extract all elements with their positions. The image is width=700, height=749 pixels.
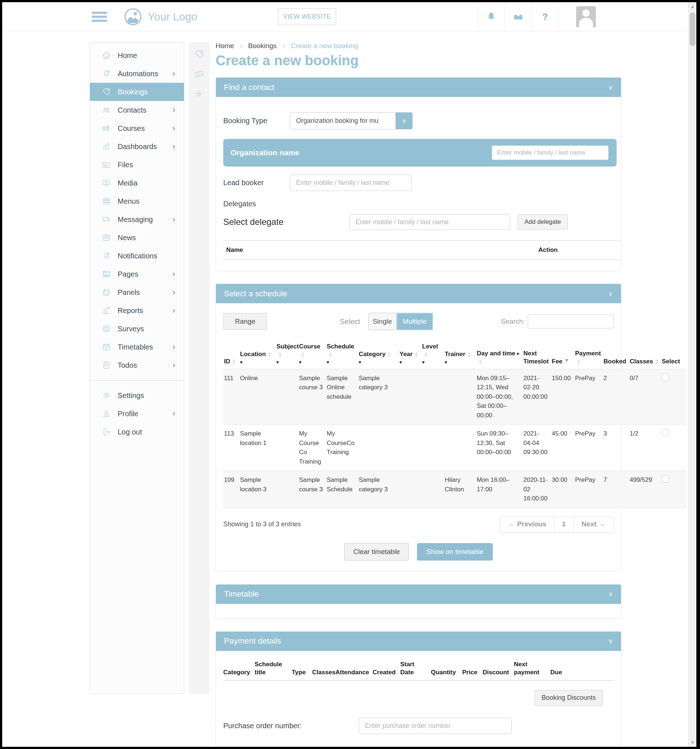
schedule-search-input[interactable] — [528, 315, 614, 329]
sidebar-item-surveys[interactable]: Surveys — [90, 319, 184, 338]
scroll-up-button[interactable]: ▲ — [689, 2, 696, 11]
select-delegate-label: Select delegate — [223, 217, 349, 227]
collapse-chevron-icon[interactable]: ∨ — [608, 84, 613, 92]
pagination-previous-button[interactable]: ← Previous — [500, 517, 554, 532]
pagination-next-button[interactable]: Next → — [573, 517, 613, 532]
app-window: Your Logo VIEW WEBSITE ? — [2, 2, 696, 747]
pagination: ← Previous 1 Next → — [500, 516, 614, 533]
timetable-empty-body — [216, 604, 621, 619]
vertical-scrollbar[interactable]: ▲ ▼ — [688, 2, 696, 747]
column-header-fee[interactable]: Fee▼ — [551, 341, 574, 369]
select-mode-label: Select — [340, 318, 360, 326]
sidebar-item-dashboards[interactable]: Dashboards — [90, 138, 184, 156]
breadcrumb-home[interactable]: Home — [216, 42, 234, 50]
booking-discounts-button[interactable]: Booking Discounts — [535, 690, 603, 706]
delegate-search-input[interactable] — [349, 214, 510, 230]
sidebar-item-pages[interactable]: Pages — [90, 265, 184, 283]
column-header-classes[interactable]: Classes▲▼ — [629, 341, 661, 369]
collapse-chevron-icon[interactable]: ∨ — [608, 590, 613, 598]
schedule-row[interactable]: 113 Sample location 1 My CourseCo Traini… — [223, 425, 686, 471]
column-header-category[interactable]: Category▲▼▾ — [358, 341, 399, 369]
payment-table-headers: Category Schedule title Type Classes Att… — [223, 660, 614, 680]
column-header-booked[interactable]: Booked — [603, 341, 629, 369]
sidebar-item-media[interactable]: Media — [90, 174, 184, 192]
filter-caret-icon: ▾ — [276, 359, 296, 365]
select-checkbox[interactable] — [662, 429, 669, 436]
user-menu-button[interactable] — [558, 2, 613, 31]
payment-details-header[interactable]: Payment details ∨ — [216, 631, 621, 651]
column-header-trainer[interactable]: Trainer▲▼▾ — [444, 341, 476, 369]
handshake-icon[interactable] — [194, 88, 205, 99]
column-header-schedule[interactable]: Schedule▲▼▾ — [326, 341, 358, 369]
sidebar-item-panels[interactable]: Panels — [90, 283, 184, 301]
scroll-down-button[interactable]: ▼ — [689, 738, 696, 747]
select-checkbox[interactable] — [662, 475, 669, 483]
sidebar-divider — [90, 380, 184, 381]
logo[interactable]: Your Logo — [124, 8, 197, 26]
range-button[interactable]: Range — [223, 313, 267, 330]
collapse-chevron-icon[interactable]: ∨ — [608, 290, 613, 298]
select-chevron-icon[interactable]: ∨ — [395, 112, 413, 129]
chart-icon — [102, 142, 111, 151]
gear-icon — [102, 391, 111, 400]
logout-icon — [102, 427, 111, 437]
breadcrumb-bookings[interactable]: Bookings — [248, 42, 276, 50]
add-delegate-button[interactable]: Add delegate — [517, 214, 568, 229]
ticket-icon[interactable] — [194, 69, 205, 79]
avatar — [576, 6, 596, 28]
sidebar-item-notifications[interactable]: Notifications — [90, 247, 184, 265]
notifications-bell-button[interactable] — [477, 2, 505, 31]
sidebar-item-profile[interactable]: Profile — [90, 405, 184, 423]
single-mode-button[interactable]: Single — [368, 313, 397, 330]
help-button[interactable]: ? — [531, 2, 558, 31]
booking-type-select[interactable]: Organization booking for mu ∨ — [290, 112, 413, 129]
sidebar-item-home[interactable]: Home — [90, 46, 184, 64]
folder-icon — [102, 160, 111, 170]
view-website-button[interactable]: VIEW WEBSITE — [278, 8, 336, 25]
collapse-chevron-icon[interactable]: ∨ — [608, 637, 613, 645]
column-header-level[interactable]: Level▲▼▾ — [421, 341, 444, 369]
column-header-year[interactable]: Year▲▼▾ — [399, 341, 421, 369]
column-header-payment[interactable]: Payment▲▼ — [574, 341, 603, 369]
schedule-row[interactable]: 109 Sample location 3 Sample course 3 Sa… — [223, 471, 686, 508]
sidebar-item-timetables[interactable]: Timetables — [90, 338, 184, 356]
column-header-course[interactable]: Course▲▼▾ — [298, 341, 326, 369]
sidebar-item-todos[interactable]: Todos — [90, 356, 184, 374]
sidebar-item-bookings[interactable]: Bookings — [90, 83, 184, 101]
timetable-header[interactable]: Timetable ∨ — [216, 585, 621, 604]
logo-image-icon — [124, 8, 142, 26]
column-header-subject[interactable]: Subject▲▼▾ — [276, 341, 298, 369]
trend-graph-icon — [102, 306, 111, 315]
sidebar-item-logout[interactable]: Log out — [90, 423, 184, 441]
sidebar-item-news[interactable]: News — [90, 229, 184, 247]
column-header-day-time[interactable]: Day and time▾▲▼ — [476, 341, 523, 369]
sidebar-item-automations[interactable]: Automations — [90, 64, 184, 83]
schedule-row[interactable]: 111 Online Sample course 3 Sample Online… — [223, 369, 686, 425]
column-header-next-timeslot[interactable]: Next Timeslot — [523, 341, 551, 369]
payment-details-section: Payment details ∨ Category Schedule titl… — [216, 631, 621, 747]
pagination-page-1[interactable]: 1 — [554, 517, 573, 532]
hamburger-menu-icon[interactable] — [92, 10, 107, 24]
multiple-mode-button[interactable]: Multiple — [397, 313, 433, 330]
inbox-button[interactable] — [505, 2, 531, 31]
sidebar-item-files[interactable]: Files — [90, 156, 184, 174]
show-on-timetable-button[interactable]: Show on timetable — [417, 543, 493, 561]
select-schedule-header[interactable]: Select a schedule ∨ — [216, 284, 621, 303]
lead-booker-input[interactable] — [290, 174, 412, 191]
sidebar-item-reports[interactable]: Reports — [90, 301, 184, 319]
select-checkbox[interactable] — [662, 374, 669, 381]
clear-timetable-button[interactable]: Clear timetable — [344, 543, 409, 561]
scrollbar-thumb[interactable] — [690, 12, 695, 46]
sidebar-item-contacts[interactable]: Contacts — [90, 101, 184, 119]
sidebar-item-settings[interactable]: Settings — [90, 386, 184, 405]
breadcrumb-separator: › — [240, 41, 242, 50]
sidebar-item-menus[interactable]: Menus — [90, 192, 184, 210]
find-contact-header[interactable]: Find a contact ∨ — [216, 78, 621, 97]
column-header-id[interactable]: ID▲▼ — [223, 341, 239, 369]
tag-icon[interactable] — [194, 49, 205, 60]
purchase-order-input[interactable] — [359, 718, 512, 734]
column-header-location[interactable]: Location▲▼▾ — [239, 341, 276, 369]
sidebar-item-courses[interactable]: Courses — [90, 119, 184, 138]
organization-name-input[interactable] — [492, 145, 608, 160]
sidebar-item-messaging[interactable]: Messaging — [90, 210, 184, 229]
